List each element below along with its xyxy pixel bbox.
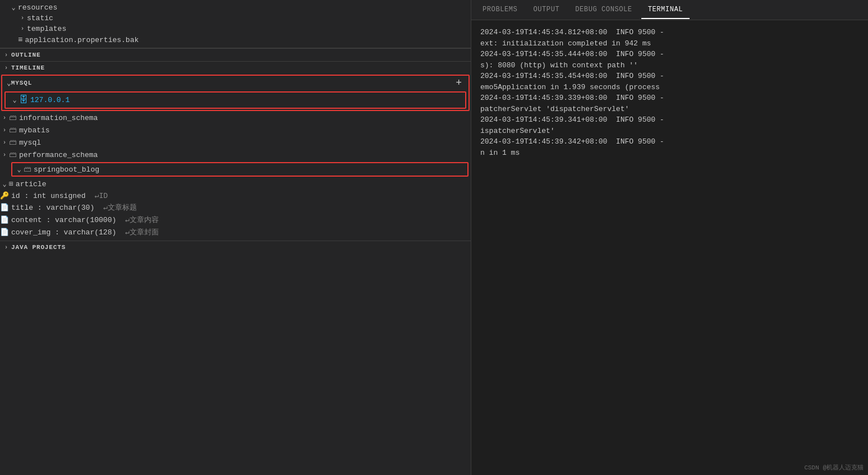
- field-label: title : varchar(30): [11, 204, 94, 212]
- chevron-down-icon: [10, 96, 19, 104]
- file-icon: ≡: [18, 35, 22, 44]
- tree-item-templates[interactable]: templates: [0, 24, 471, 34]
- terminal-line: emo5Application in 1.939 seconds (proces…: [480, 82, 859, 93]
- timeline-section-header[interactable]: › TIMELINE: [0, 61, 471, 74]
- grid-icon: ⊞: [9, 179, 13, 188]
- chevron-right-icon: ›: [4, 245, 8, 251]
- terminal-line: ispatcherServlet': [480, 126, 859, 137]
- field-comment: ↵文章内容: [125, 215, 159, 225]
- tab-debug-console[interactable]: DEBUG CONSOLE: [568, 1, 639, 19]
- terminal-line: patcherServlet 'dispatcherServlet': [480, 104, 859, 115]
- field-title[interactable]: 📄 title : varchar(30) ↵文章标题: [0, 201, 471, 214]
- chevron-right-icon: [18, 15, 27, 21]
- timeline-title: TIMELINE: [11, 64, 45, 71]
- watermark: CSDN @机器人迈克猫: [804, 463, 864, 472]
- java-projects-section-header[interactable]: › JAVA PROJECTS: [0, 241, 471, 253]
- tab-output[interactable]: OUTPUT: [526, 1, 566, 19]
- terminal-body: 2024-03-19T14:45:34.812+08:00 INFO 9500 …: [471, 20, 868, 475]
- chevron-down-icon: [15, 165, 24, 174]
- tab-problems[interactable]: PROBLEMS: [476, 1, 524, 19]
- field-icon: 📄: [0, 203, 9, 212]
- field-comment: ↵ID: [95, 191, 108, 200]
- chevron-right-icon: [18, 26, 27, 32]
- right-panel: PROBLEMS OUTPUT DEBUG CONSOLE TERMINAL 2…: [471, 0, 868, 475]
- field-icon: 📄: [0, 215, 9, 224]
- terminal-line: s): 8080 (http) with context path '': [480, 60, 859, 71]
- field-label: content : varchar(10000): [11, 216, 116, 224]
- terminal-line: 2024-03-19T14:45:35.454+08:00 INFO 9500 …: [480, 71, 859, 82]
- db-table-icon: 🗃: [9, 126, 17, 135]
- db-table-icon: 🗃: [9, 150, 17, 159]
- tree-item-static[interactable]: static: [0, 13, 471, 24]
- field-content[interactable]: 📄 content : varchar(10000) ↵文章内容: [0, 214, 471, 226]
- terminal-line: 2024-03-19T14:45:35.444+08:00 INFO 9500 …: [480, 49, 859, 60]
- db-mybatis[interactable]: 🗃 mybatis: [0, 124, 471, 136]
- field-comment: ↵文章标题: [103, 202, 137, 213]
- templates-label: templates: [27, 25, 66, 33]
- chevron-down-icon: [0, 180, 9, 188]
- db-label: mybatis: [19, 126, 50, 135]
- mysql-title: MYSQL: [11, 80, 32, 86]
- field-cover-img[interactable]: 📄 cover_img : varchar(128) ↵文章封面: [0, 226, 471, 238]
- add-connection-button[interactable]: +: [456, 77, 462, 89]
- terminal-line: ext: initialization completed in 942 ms: [480, 38, 859, 49]
- chevron-right-icon: [0, 127, 9, 133]
- chevron-right-icon: ›: [4, 65, 8, 71]
- outline-title: OUTLINE: [11, 52, 40, 58]
- db-table-icon: 🗃: [9, 113, 17, 122]
- table-article[interactable]: ⊞ article: [0, 178, 471, 190]
- left-panel: resources static templates ≡ application…: [0, 0, 471, 475]
- db-table-icon: 🗃: [24, 165, 31, 174]
- static-label: static: [27, 14, 53, 22]
- db-information-schema[interactable]: 🗃 information_schema: [0, 112, 471, 124]
- app-properties-label: application.properties.bak: [25, 36, 139, 44]
- chevron-down-icon: ⌄: [7, 79, 11, 87]
- field-label: cover_img : varchar(128): [11, 228, 116, 237]
- outline-section-header[interactable]: › OUTLINE: [0, 48, 471, 61]
- mysql-host-label: 127.0.0.1: [30, 96, 70, 104]
- tree-item-resources[interactable]: resources: [0, 2, 471, 13]
- key-icon: 🔑: [0, 191, 9, 200]
- field-icon: 📄: [0, 228, 9, 237]
- db-label: performance_schema: [19, 151, 98, 159]
- field-label: id : int unsigned: [11, 192, 86, 200]
- terminal-line: n in 1 ms: [480, 147, 859, 159]
- file-tree-scroll: resources static templates ≡ application…: [0, 0, 471, 475]
- field-id[interactable]: 🔑 id : int unsigned ↵ID: [0, 190, 471, 201]
- database-icon: 🗄: [19, 95, 28, 105]
- terminal-tab-bar: PROBLEMS OUTPUT DEBUG CONSOLE TERMINAL: [471, 0, 868, 20]
- db-label: information_schema: [19, 114, 98, 122]
- chevron-down-icon: [9, 3, 18, 12]
- db-mysql[interactable]: 🗃 mysql: [0, 136, 471, 149]
- chevron-right-icon: [0, 115, 9, 121]
- field-comment: ↵文章封面: [125, 227, 159, 237]
- file-tree: resources static templates ≡ application…: [0, 0, 471, 48]
- terminal-line: 2024-03-19T14:45:39.342+08:00 INFO 9500 …: [480, 136, 859, 147]
- terminal-line: 2024-03-19T14:45:39.341+08:00 INFO 9500 …: [480, 114, 859, 126]
- terminal-line: 2024-03-19T14:45:39.339+08:00 INFO 9500 …: [480, 93, 859, 104]
- chevron-right-icon: ›: [4, 52, 8, 58]
- db-label: mysql: [19, 139, 41, 147]
- table-label: article: [16, 180, 47, 188]
- mysql-host-row[interactable]: 🗄 127.0.0.1: [6, 93, 465, 108]
- java-projects-title: JAVA PROJECTS: [11, 244, 66, 251]
- terminal-line: 2024-03-19T14:45:34.812+08:00 INFO 9500 …: [480, 27, 859, 38]
- db-springboot-blog[interactable]: 🗃 springboot_blog: [12, 163, 467, 176]
- tree-item-app-properties[interactable]: ≡ application.properties.bak: [0, 34, 471, 45]
- db-table-icon: 🗃: [9, 138, 17, 147]
- tab-terminal[interactable]: TERMINAL: [641, 1, 690, 19]
- mysql-section-header[interactable]: ⌄ MYSQL +: [2, 76, 469, 90]
- chevron-right-icon: [0, 140, 9, 146]
- resources-label: resources: [18, 3, 57, 12]
- chevron-right-icon: [0, 152, 9, 158]
- db-springboot-label: springboot_blog: [34, 165, 99, 174]
- db-performance-schema[interactable]: 🗃 performance_schema: [0, 149, 471, 161]
